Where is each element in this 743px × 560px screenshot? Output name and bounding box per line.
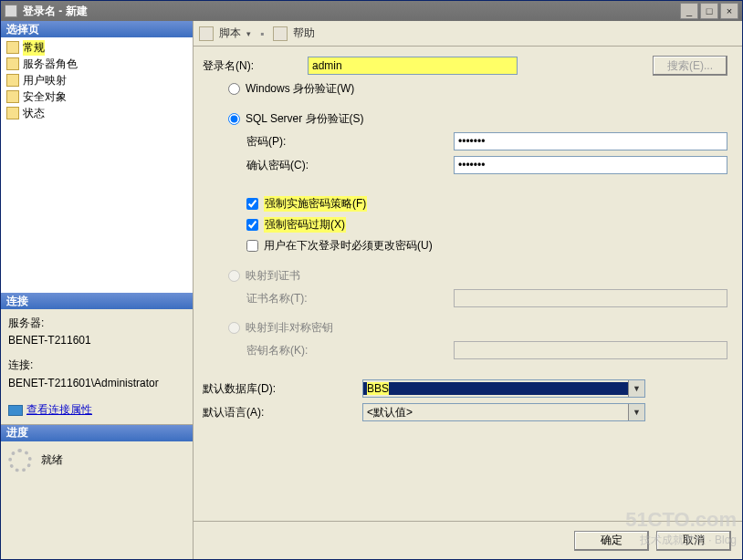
page-icon bbox=[6, 57, 19, 70]
key-name-input bbox=[454, 341, 727, 359]
cert-name-input bbox=[454, 289, 727, 307]
dialog-window: 登录名 - 新建 _ □ × 选择页 常规 服务器角色 用户映射 安全对象 状态… bbox=[0, 0, 743, 560]
cert-name-label: 证书名称(T): bbox=[203, 291, 326, 306]
script-button[interactable]: 脚本 bbox=[219, 26, 241, 41]
server-label: 服务器: bbox=[8, 315, 185, 332]
password-input[interactable] bbox=[454, 132, 727, 150]
default-lang-dropdown[interactable]: <默认值> ▼ bbox=[362, 403, 645, 421]
chevron-down-icon: ▼ bbox=[628, 380, 644, 397]
toolbar: 脚本 ▾ ▪ 帮助 bbox=[194, 21, 742, 47]
page-icon bbox=[6, 41, 19, 54]
cancel-button[interactable]: 取消 bbox=[656, 531, 731, 551]
enforce-expire-checkbox[interactable] bbox=[246, 219, 258, 231]
connection-header: 连接 bbox=[1, 293, 193, 309]
connection-panel: 服务器: BENET-T211601 连接: BENET-T211601\Adm… bbox=[1, 309, 193, 425]
close-button[interactable]: × bbox=[720, 3, 738, 19]
nav-item-general[interactable]: 常规 bbox=[5, 39, 189, 56]
page-icon bbox=[6, 107, 19, 119]
connection-label: 连接: bbox=[8, 357, 185, 374]
window-title: 登录名 - 新建 bbox=[23, 4, 678, 19]
connection-props-icon bbox=[8, 405, 23, 416]
key-name-label: 密钥名称(K): bbox=[203, 343, 326, 358]
page-nav: 常规 服务器角色 用户映射 安全对象 状态 bbox=[1, 37, 193, 293]
connection-value: BENET-T211601\Administrator bbox=[8, 375, 185, 392]
minimize-button[interactable]: _ bbox=[680, 3, 698, 19]
left-panel: 选择页 常规 服务器角色 用户映射 安全对象 状态 连接 服务器: BENET-… bbox=[1, 21, 194, 559]
select-page-header: 选择页 bbox=[1, 21, 193, 37]
progress-spinner-icon bbox=[8, 449, 32, 472]
password-label: 密码(P): bbox=[203, 134, 326, 150]
map-asym-radio bbox=[228, 322, 240, 334]
nav-item-user-mapping[interactable]: 用户映射 bbox=[5, 72, 189, 88]
server-value: BENET-T211601 bbox=[8, 332, 185, 349]
progress-panel: 就绪 bbox=[1, 441, 193, 480]
map-asym-label: 映射到非对称密钥 bbox=[246, 320, 333, 336]
right-panel: 脚本 ▾ ▪ 帮助 登录名(N): 搜索(E)... Windows 身份验证(… bbox=[194, 21, 742, 559]
progress-status: 就绪 bbox=[41, 452, 63, 468]
search-button[interactable]: 搜索(E)... bbox=[653, 56, 727, 76]
nav-item-securables[interactable]: 安全对象 bbox=[5, 88, 189, 105]
view-connection-props-link[interactable]: 查看连接属性 bbox=[26, 403, 92, 416]
page-icon bbox=[6, 90, 19, 103]
ok-button[interactable]: 确定 bbox=[574, 531, 649, 551]
login-name-label: 登录名(N): bbox=[203, 58, 308, 74]
login-name-input[interactable] bbox=[308, 57, 518, 75]
map-cert-label: 映射到证书 bbox=[246, 268, 300, 284]
default-db-dropdown[interactable]: BBS ▼ bbox=[362, 379, 645, 398]
titlebar[interactable]: 登录名 - 新建 _ □ × bbox=[1, 1, 742, 21]
enforce-expire-label: 强制密码过期(X) bbox=[264, 217, 346, 233]
app-icon bbox=[5, 5, 17, 17]
help-button[interactable]: 帮助 bbox=[293, 26, 315, 41]
must-change-checkbox[interactable] bbox=[246, 240, 258, 252]
script-icon bbox=[199, 26, 214, 41]
enforce-policy-label: 强制实施密码策略(F) bbox=[264, 196, 367, 212]
windows-auth-label: Windows 身份验证(W) bbox=[246, 81, 354, 97]
default-db-label: 默认数据库(D): bbox=[203, 381, 362, 397]
progress-header: 进度 bbox=[1, 425, 193, 441]
nav-item-status[interactable]: 状态 bbox=[5, 105, 189, 121]
toolbar-separator: ▪ bbox=[256, 27, 267, 40]
page-icon bbox=[6, 74, 19, 87]
dialog-footer: 确定 取消 bbox=[194, 521, 742, 559]
chevron-down-icon: ▼ bbox=[628, 404, 644, 420]
maximize-button[interactable]: □ bbox=[700, 3, 718, 19]
default-lang-label: 默认语言(A): bbox=[203, 405, 362, 420]
confirm-password-label: 确认密码(C): bbox=[203, 158, 326, 173]
sql-auth-radio[interactable] bbox=[228, 113, 240, 125]
nav-item-server-roles[interactable]: 服务器角色 bbox=[5, 56, 189, 72]
sql-auth-label: SQL Server 身份验证(S) bbox=[246, 111, 364, 127]
form-area: 登录名(N): 搜索(E)... Windows 身份验证(W) SQL Ser… bbox=[194, 47, 742, 521]
confirm-password-input[interactable] bbox=[454, 156, 727, 174]
map-cert-radio bbox=[228, 270, 240, 282]
script-dropdown[interactable]: ▾ bbox=[246, 29, 251, 38]
windows-auth-radio[interactable] bbox=[228, 83, 240, 95]
enforce-policy-checkbox[interactable] bbox=[246, 198, 258, 210]
help-icon bbox=[273, 26, 288, 41]
must-change-label: 用户在下次登录时必须更改密码(U) bbox=[264, 238, 433, 254]
